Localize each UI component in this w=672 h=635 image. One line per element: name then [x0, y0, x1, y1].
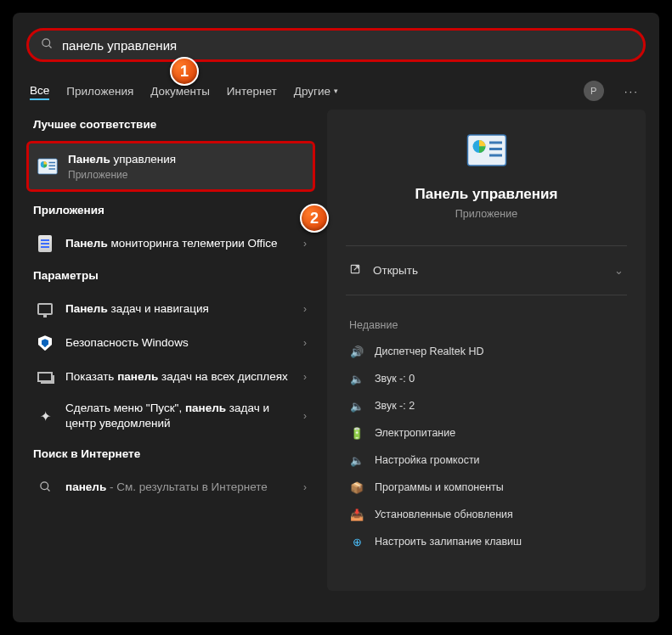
section-apps: Приложения	[26, 195, 315, 227]
chevron-right-icon: ›	[296, 481, 307, 493]
best-match-item[interactable]: Панель управления Приложение	[26, 141, 315, 192]
tab-apps[interactable]: Приложения	[66, 83, 133, 99]
svg-point-7	[40, 482, 48, 490]
document-icon	[35, 233, 55, 254]
start-search-window: 1 Все Приложения Документы Интернет Друг…	[13, 13, 659, 622]
annotation-badge-1: 1	[170, 57, 199, 86]
web-result-title: панель - См. результаты в Интернете	[65, 480, 296, 495]
sound-icon: 🔈	[349, 452, 364, 468]
svg-rect-5	[49, 166, 56, 167]
chevron-down-icon: ▾	[334, 87, 338, 95]
speaker-icon: 🔊	[349, 344, 364, 359]
recent-sound-0[interactable]: 🔈 Звук -: 0	[332, 365, 641, 392]
web-result-item[interactable]: панель - См. результаты в Интернете ›	[26, 470, 315, 504]
search-icon	[35, 477, 55, 497]
recent-sticky-keys[interactable]: ⊕ Настроить залипание клавиш	[332, 528, 641, 555]
svg-point-0	[42, 39, 50, 47]
recent-title: Недавние	[332, 304, 641, 338]
filter-tabs: Все Приложения Документы Интернет Другие…	[26, 62, 646, 110]
sound-icon: 🔈	[349, 398, 364, 413]
tab-other[interactable]: Другие ▾	[294, 83, 338, 99]
sound-icon: 🔈	[349, 371, 364, 386]
monitor-icon	[35, 299, 55, 319]
setting-title: Безопасность Windows	[65, 335, 296, 351]
section-best-match: Лучшее соответствие	[26, 110, 315, 141]
app-result-item[interactable]: Панель мониторинга телеметрии Office ›	[26, 227, 315, 261]
tab-web[interactable]: Интернет	[227, 83, 277, 99]
results-column: Лучшее соответствие Панель уп	[26, 110, 315, 591]
open-button[interactable]: Открыть ⌄	[332, 255, 641, 286]
recent-label: Диспетчер Realtek HD	[375, 346, 484, 357]
box-icon: 📦	[349, 480, 364, 495]
preview-panel: Панель управления Приложение Открыть ⌄ Н…	[327, 110, 646, 591]
chevron-right-icon: ›	[296, 238, 307, 250]
setting-start-menu-notif[interactable]: ✦ Сделать меню "Пуск", панель задач и це…	[26, 394, 315, 438]
setting-title: Показать панель задач на всех дисплеях	[65, 369, 296, 385]
section-settings: Параметры	[26, 261, 315, 292]
recent-label: Звук -: 2	[375, 400, 415, 412]
recent-updates[interactable]: 📥 Установленные обновления	[332, 501, 641, 528]
search-icon	[41, 37, 54, 53]
open-icon	[349, 263, 361, 278]
shield-icon	[35, 333, 55, 353]
recent-label: Настройка громкости	[375, 454, 480, 466]
chevron-right-icon: ›	[296, 337, 307, 349]
search-bar[interactable]	[26, 28, 646, 62]
user-avatar[interactable]: P	[584, 81, 604, 101]
recent-power[interactable]: 🔋 Электропитание	[332, 419, 641, 447]
tab-other-label: Другие	[294, 85, 330, 98]
recent-label: Электропитание	[375, 427, 455, 439]
svg-rect-6	[49, 168, 56, 170]
preview-app-icon	[466, 130, 507, 171]
divider	[346, 245, 627, 246]
control-panel-icon	[37, 156, 58, 177]
recent-realtek[interactable]: 🔊 Диспетчер Realtek HD	[332, 338, 641, 365]
svg-line-8	[47, 489, 49, 492]
more-button[interactable]: ···	[621, 85, 642, 98]
recent-programs[interactable]: 📦 Программы и компоненты	[332, 474, 641, 501]
svg-rect-12	[489, 148, 502, 150]
power-icon: 🔋	[349, 425, 364, 441]
chevron-down-icon[interactable]: ⌄	[614, 264, 624, 277]
search-input[interactable]	[62, 38, 631, 53]
recent-volume[interactable]: 🔈 Настройка громкости	[332, 447, 641, 474]
best-match-title: Панель управления	[68, 152, 304, 167]
best-match-subtitle: Приложение	[68, 169, 304, 181]
recent-label: Установленные обновления	[375, 509, 513, 520]
recent-label: Программы и компоненты	[375, 481, 504, 493]
svg-line-1	[48, 45, 51, 48]
svg-rect-4	[49, 162, 56, 164]
chevron-right-icon: ›	[296, 371, 307, 383]
displays-icon	[35, 367, 55, 387]
preview-title: Панель управления	[341, 186, 632, 203]
setting-title: Панель задач и навигация	[65, 301, 296, 317]
setting-show-taskbar-all[interactable]: Показать панель задач на всех дисплеях ›	[26, 360, 315, 394]
recent-label: Настроить залипание клавиш	[375, 536, 522, 548]
recent-sound-2[interactable]: 🔈 Звук -: 2	[332, 392, 641, 419]
open-label: Открыть	[373, 264, 418, 277]
chevron-right-icon: ›	[296, 410, 307, 422]
accessibility-icon: ⊕	[349, 534, 364, 549]
update-icon: 📥	[349, 507, 364, 522]
sparkle-icon: ✦	[35, 406, 55, 426]
setting-title: Сделать меню "Пуск", панель задач и цент…	[65, 401, 296, 431]
setting-taskbar-nav[interactable]: Панель задач и навигация ›	[26, 292, 315, 326]
app-result-title: Панель мониторинга телеметрии Office	[65, 236, 296, 251]
setting-windows-security[interactable]: Безопасность Windows ›	[26, 326, 315, 360]
tab-all[interactable]: Все	[30, 82, 49, 100]
recent-label: Звук -: 0	[375, 373, 415, 385]
preview-subtitle: Приложение	[341, 208, 632, 220]
svg-rect-11	[489, 142, 502, 144]
section-web: Поиск в Интернете	[26, 439, 315, 470]
divider	[346, 295, 627, 295]
svg-rect-13	[489, 155, 502, 157]
chevron-right-icon: ›	[296, 303, 307, 315]
